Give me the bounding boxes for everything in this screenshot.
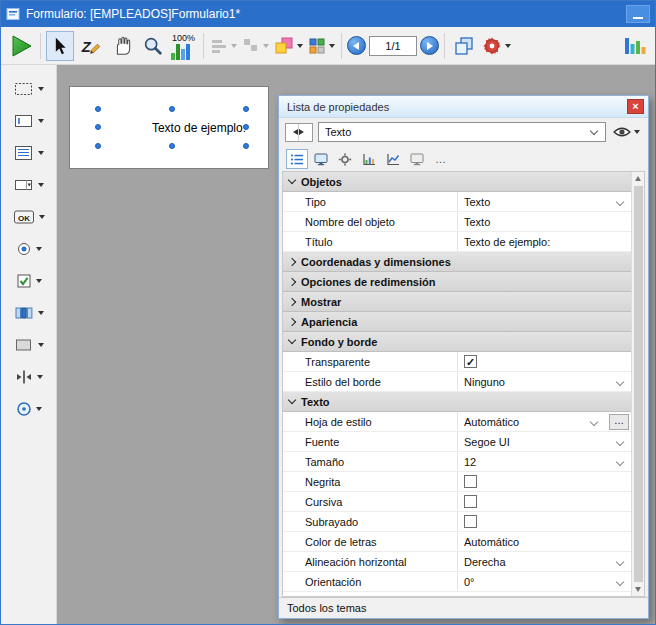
tab-monitor[interactable] bbox=[406, 149, 428, 169]
selection-handle[interactable] bbox=[95, 106, 101, 112]
section-coordenadas[interactable]: Coordenadas y dimensiones bbox=[283, 252, 631, 272]
tab-screen[interactable] bbox=[310, 149, 332, 169]
cursiva-checkbox[interactable] bbox=[464, 495, 477, 508]
visibility-button[interactable] bbox=[611, 125, 642, 139]
cursor-tool-button[interactable] bbox=[46, 31, 74, 61]
selection-handle[interactable] bbox=[169, 106, 175, 112]
tamano-dropdown[interactable]: 12 bbox=[457, 452, 631, 471]
stylesheet-more-button[interactable]: … bbox=[609, 414, 629, 430]
scrollbar[interactable] bbox=[631, 172, 644, 596]
next-page-button[interactable] bbox=[420, 36, 439, 55]
next-object-button[interactable] bbox=[299, 124, 312, 141]
minimize-button[interactable] bbox=[626, 5, 650, 23]
section-fondo-borde[interactable]: Fondo y borde bbox=[283, 332, 631, 352]
tool-combo-box[interactable] bbox=[6, 173, 52, 197]
tool-splitter[interactable] bbox=[6, 365, 52, 389]
monitor-icon bbox=[410, 153, 424, 166]
tool-ok-button[interactable]: OK bbox=[6, 205, 52, 229]
design-canvas[interactable]: Texto de ejemplo: Lista de propiedades × bbox=[57, 65, 655, 624]
combo-box-icon bbox=[14, 177, 34, 193]
tab-list[interactable] bbox=[286, 149, 308, 169]
section-texto[interactable]: Texto bbox=[283, 392, 631, 412]
magnify-tool-button[interactable] bbox=[139, 31, 167, 61]
tool-button-grid[interactable] bbox=[6, 301, 52, 325]
section-redimension[interactable]: Opciones de redimensión bbox=[283, 272, 631, 292]
selection-handle[interactable] bbox=[243, 124, 249, 130]
ok-button-icon: OK bbox=[13, 209, 35, 225]
tool-rectangle[interactable] bbox=[6, 333, 52, 357]
automatic-actions-button[interactable] bbox=[481, 31, 512, 61]
tab-settings[interactable] bbox=[334, 149, 356, 169]
run-button[interactable] bbox=[7, 31, 35, 61]
rectangle-icon bbox=[14, 337, 34, 353]
previous-object-button[interactable] bbox=[286, 124, 299, 141]
align-icon bbox=[210, 37, 228, 55]
window-titlebar[interactable]: Formulario: [EMPLEADOS]Formulario1* bbox=[1, 1, 655, 27]
pan-tool-button[interactable] bbox=[108, 31, 136, 61]
text-object[interactable]: Texto de ejemplo: bbox=[98, 109, 246, 146]
titulo-input[interactable]: Texto de ejemplo: bbox=[457, 232, 631, 251]
tab-more[interactable]: … bbox=[430, 149, 452, 169]
scroll-up-button[interactable] bbox=[632, 172, 644, 185]
tool-selection[interactable] bbox=[6, 77, 52, 101]
section-objetos[interactable]: Objetos bbox=[283, 172, 631, 192]
selection-handle[interactable] bbox=[243, 143, 249, 149]
draw-tool-button[interactable]: Z bbox=[77, 31, 105, 61]
previous-page-icon bbox=[353, 42, 359, 50]
selection-handle[interactable] bbox=[243, 106, 249, 112]
property-list-titlebar[interactable]: Lista de propiedades × bbox=[279, 96, 648, 118]
mini-chart-icon bbox=[362, 153, 376, 166]
tab-line-chart[interactable] bbox=[382, 149, 404, 169]
property-row-orientacion: Orientación 0° bbox=[283, 572, 631, 592]
orientacion-dropdown[interactable]: 0° bbox=[457, 572, 631, 591]
dropdown-arrow-icon bbox=[297, 44, 303, 48]
section-mostrar[interactable]: Mostrar bbox=[283, 292, 631, 312]
distribute-objects-button[interactable] bbox=[241, 31, 270, 61]
tool-radio-button[interactable] bbox=[6, 237, 52, 261]
dropdown-chevron-icon bbox=[590, 417, 598, 425]
tab-mini-chart[interactable] bbox=[358, 149, 380, 169]
dropdown-arrow-icon bbox=[634, 130, 640, 134]
previous-page-button[interactable] bbox=[347, 36, 366, 55]
form-surface[interactable]: Texto de ejemplo: bbox=[69, 86, 269, 169]
tipo-dropdown[interactable]: Texto bbox=[457, 192, 631, 211]
alineacion-dropdown[interactable]: Derecha bbox=[457, 552, 631, 571]
object-selector-combobox[interactable]: Texto bbox=[318, 122, 606, 142]
property-row-tipo: Tipo Texto bbox=[283, 192, 631, 212]
hoja-estilo-dropdown[interactable]: Automático … bbox=[457, 412, 631, 431]
style-palette-button[interactable] bbox=[307, 31, 336, 61]
fuente-dropdown[interactable]: Segoe UI bbox=[457, 432, 631, 451]
fill-color-button[interactable] bbox=[273, 31, 304, 61]
selection-handle[interactable] bbox=[169, 143, 175, 149]
nombre-input[interactable]: Texto bbox=[457, 212, 631, 231]
scrollbar-thumb[interactable] bbox=[634, 186, 643, 582]
close-button[interactable]: × bbox=[627, 99, 644, 114]
color-stack-icon bbox=[274, 37, 294, 55]
more-icon: … bbox=[435, 155, 447, 163]
tool-list-box[interactable] bbox=[6, 141, 52, 165]
subrayado-checkbox[interactable] bbox=[464, 515, 477, 528]
zoom-level-control[interactable]: 100% bbox=[170, 31, 198, 61]
transparente-checkbox[interactable]: ✓ bbox=[464, 355, 477, 368]
selection-handle[interactable] bbox=[95, 143, 101, 149]
tool-check-box[interactable] bbox=[6, 269, 52, 293]
columns-order-button[interactable] bbox=[621, 31, 649, 61]
themes-filter[interactable]: Todos los temas bbox=[279, 597, 648, 618]
estilo-borde-dropdown[interactable]: Ninguno bbox=[457, 372, 631, 391]
selection-handle[interactable] bbox=[95, 124, 101, 130]
section-apariencia[interactable]: Apariencia bbox=[283, 312, 631, 332]
check-icon: ✓ bbox=[466, 356, 475, 368]
page-indicator[interactable]: 1/1 bbox=[369, 36, 417, 56]
tool-circle[interactable] bbox=[6, 397, 52, 421]
tool-text-input[interactable] bbox=[6, 109, 52, 133]
line-chart-icon bbox=[386, 153, 400, 166]
color-letras-field[interactable]: Automático bbox=[457, 532, 631, 551]
scroll-down-button[interactable] bbox=[632, 583, 644, 596]
dropdown-arrow-icon bbox=[231, 44, 237, 48]
dropdown-arrow-icon bbox=[38, 119, 44, 123]
display-pages-button[interactable] bbox=[450, 31, 478, 61]
negrita-checkbox[interactable] bbox=[464, 475, 477, 488]
align-objects-button[interactable] bbox=[209, 31, 238, 61]
dropdown-arrow-icon bbox=[38, 311, 44, 315]
z-pencil-icon: Z bbox=[80, 35, 102, 57]
